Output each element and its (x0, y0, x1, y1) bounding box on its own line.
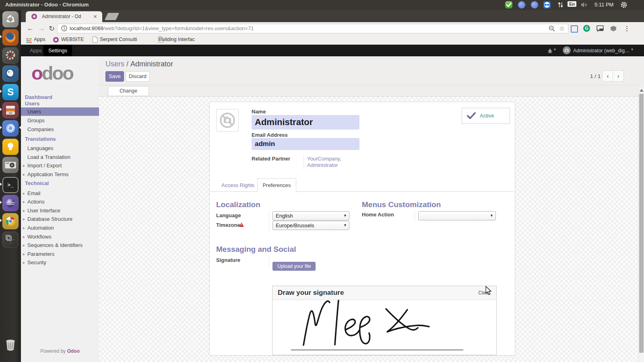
sidebar-item-groups[interactable]: Groups (21, 116, 99, 125)
session-gear-icon[interactable] (620, 1, 627, 10)
expand-icon[interactable] (23, 189, 25, 197)
scroll-up-arrow[interactable] (640, 89, 644, 92)
user-menu[interactable]: Administrator (web_dig… (573, 48, 630, 53)
workspace-switcher-icon[interactable] (2, 232, 19, 248)
sidebar-item-users[interactable]: Users (21, 107, 99, 116)
discard-button[interactable]: Discard (126, 71, 150, 82)
browser-tab[interactable]: Administrator - Od (26, 11, 102, 22)
name-input[interactable]: Administrator (252, 115, 359, 130)
home-action-select[interactable] (418, 211, 496, 220)
keyboard-layout-indicator[interactable]: En (568, 1, 576, 7)
bookmark-serpent[interactable]: Serpent Consulti (100, 37, 137, 42)
new-tab-button[interactable] (105, 13, 119, 20)
upload-file-button[interactable]: Upload your file (272, 262, 316, 271)
signature-drawing[interactable] (272, 300, 495, 355)
cast-extension-icon[interactable] (597, 25, 604, 33)
odoo-bookmark-icon[interactable] (53, 37, 59, 43)
sidebar-item-security[interactable]: Security (21, 258, 99, 267)
trash-icon[interactable] (2, 337, 19, 353)
active-toggle[interactable]: Active (462, 108, 510, 124)
ubuntu-dash-icon[interactable] (2, 11, 19, 27)
eclipse-icon[interactable] (2, 195, 19, 211)
bookmark-building[interactable]: Building Interfac (159, 37, 195, 42)
back-icon[interactable] (27, 24, 34, 33)
sidebar-item-actions[interactable]: Actions (21, 197, 99, 206)
google-chrome-icon[interactable] (2, 213, 19, 229)
google-keep-icon[interactable] (2, 139, 19, 155)
sidebar-item-database-structure[interactable]: Database Structure (21, 215, 99, 223)
apps-grid-icon[interactable] (27, 37, 31, 45)
nav-settings[interactable]: Settings (43, 45, 72, 56)
sidebar-item-companies[interactable]: Companies (21, 125, 99, 134)
timezone-select[interactable]: Europe/Brussels (272, 221, 349, 230)
expand-icon[interactable] (23, 161, 25, 170)
sidebar-item-load-translation[interactable]: Load a Translation (21, 153, 99, 161)
pager-previous-button[interactable] (602, 70, 613, 82)
expand-icon[interactable] (23, 224, 25, 232)
sidebar-item-languages[interactable]: Languages (21, 144, 99, 152)
forward-icon[interactable] (38, 24, 45, 33)
pager-next-button[interactable] (613, 70, 624, 82)
grammarly-extension-icon[interactable]: G (583, 25, 590, 32)
sidebar-item-application-terms[interactable]: Application Terms (21, 170, 99, 179)
postgresql-icon[interactable] (2, 66, 19, 82)
sidebar-item-email[interactable]: Email (21, 189, 99, 197)
volume-muted-icon[interactable] (581, 2, 588, 10)
debug-bug-icon[interactable] (547, 48, 553, 55)
breadcrumb-users[interactable]: Users (105, 60, 124, 68)
browser-menu-icon[interactable] (624, 25, 630, 32)
bookmark-website[interactable]: WEBSITE (61, 37, 84, 42)
system-settings-icon[interactable] (2, 47, 19, 64)
tab-access-rights[interactable]: Access Rights (221, 182, 254, 188)
reload-icon[interactable] (49, 24, 55, 33)
skype-online-icon[interactable] (505, 1, 512, 8)
address-bar[interactable]: localhost:8069/web?debug#id=1&view_type=… (57, 24, 568, 33)
terminal-icon[interactable]: >_ (2, 177, 19, 193)
sidebar-section-users[interactable]: Users (25, 101, 39, 107)
teamviewer-icon[interactable] (543, 1, 551, 8)
app-indicator-icon[interactable] (518, 1, 525, 8)
user-avatar[interactable] (563, 46, 571, 54)
sidebar-item-automation[interactable]: Automation (21, 224, 99, 232)
related-partner-link[interactable]: YourCompany,Administrator (307, 156, 341, 169)
scrollbar-thumb[interactable] (639, 94, 644, 353)
expand-icon[interactable] (23, 232, 25, 241)
expand-icon[interactable] (23, 206, 25, 215)
page-bookmark-icon[interactable] (93, 36, 98, 43)
expand-icon[interactable] (23, 258, 25, 267)
expand-icon[interactable] (23, 241, 25, 249)
bookmark-star-icon[interactable] (559, 25, 565, 32)
file-archiver-icon[interactable] (2, 102, 19, 118)
camera-icon[interactable] (2, 157, 19, 173)
page-scrollbar[interactable] (638, 88, 644, 362)
change-password-button[interactable]: Change Password (108, 86, 149, 96)
clock[interactable]: 5:11 PM (594, 2, 613, 8)
screenshot-extension-icon[interactable] (571, 25, 578, 33)
caret-down-icon[interactable] (631, 47, 633, 51)
caret-down-icon[interactable] (554, 47, 556, 51)
zoom-out-icon[interactable] (549, 25, 555, 33)
user-image-placeholder[interactable] (216, 109, 239, 132)
package-extension-icon[interactable] (610, 25, 617, 33)
firefox-icon[interactable] (2, 29, 19, 45)
bookmark-apps[interactable]: Apps (34, 37, 45, 42)
app-indicator-icon[interactable] (531, 1, 538, 8)
page-info-icon[interactable] (61, 25, 67, 33)
network-arrows-icon[interactable] (557, 1, 564, 10)
signature-pad[interactable]: Draw your signature Clear (272, 286, 497, 355)
language-select[interactable]: English (272, 211, 349, 220)
chromium-icon[interactable] (2, 120, 19, 136)
nav-apps[interactable]: Apps (30, 47, 42, 53)
save-button[interactable]: Save (105, 71, 124, 82)
sidebar-item-user-interface[interactable]: User Interface (21, 206, 99, 215)
expand-icon[interactable] (23, 170, 25, 179)
skype-icon[interactable]: S (2, 84, 19, 100)
expand-icon[interactable] (23, 250, 25, 258)
expand-icon[interactable] (23, 197, 25, 206)
expand-icon[interactable] (23, 215, 25, 223)
sidebar-item-workflows[interactable]: Workflows (21, 232, 99, 241)
sidebar-item-sequences[interactable]: Sequences & Identifiers (21, 241, 99, 249)
sidebar-item-parameters[interactable]: Parameters (21, 250, 99, 258)
sidebar-link-dashboard[interactable]: Dashboard (25, 94, 52, 100)
sidebar-item-import-export[interactable]: Import / Export (21, 161, 99, 170)
